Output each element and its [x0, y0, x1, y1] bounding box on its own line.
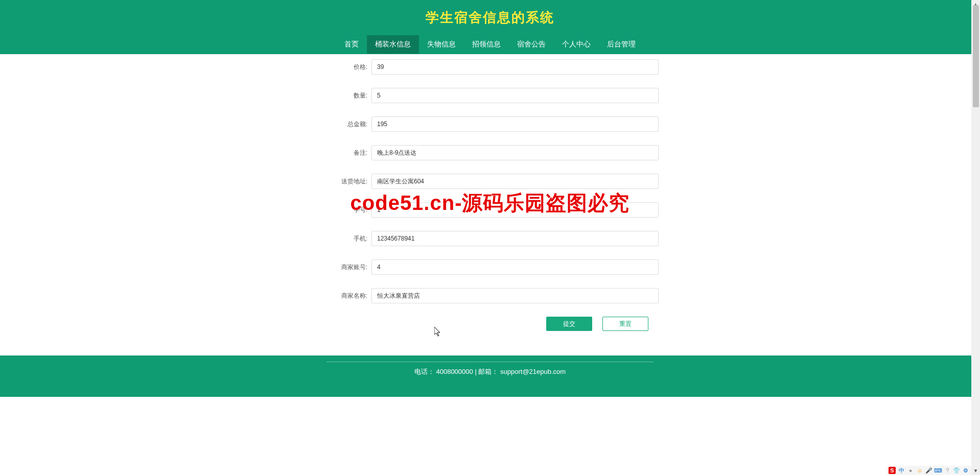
- footer-phone: 4008000000: [436, 368, 473, 375]
- nav-dorm-notice[interactable]: 宿舍公告: [509, 35, 554, 54]
- system-tray: S 中 ● ☺ 🎤 ⌨ ? 👕 ⚙: [886, 466, 971, 475]
- phone-label: 手机:: [332, 234, 367, 243]
- merchant-name-label: 商家名称:: [332, 292, 367, 300]
- merchant-account-input[interactable]: [371, 259, 659, 275]
- footer-email-label: 邮箱：: [478, 368, 498, 375]
- address-label: 送货地址:: [332, 177, 367, 186]
- form-row-merchant-account: 商家账号:: [332, 259, 659, 275]
- form-row-price: 价格:: [332, 59, 659, 75]
- nav-water-info[interactable]: 桶装水信息: [367, 35, 419, 54]
- app-header: 学生宿舍信息的系统: [0, 0, 980, 35]
- quantity-label: 数量:: [332, 91, 367, 100]
- reset-button[interactable]: 重置: [602, 317, 648, 331]
- footer-phone-label: 电话：: [414, 368, 434, 375]
- student-id-label: 学号:: [332, 206, 367, 215]
- price-input[interactable]: [371, 59, 659, 75]
- tray-dot-icon[interactable]: ●: [907, 467, 914, 474]
- total-input[interactable]: [371, 116, 659, 132]
- tray-help-icon[interactable]: ?: [944, 467, 951, 474]
- total-label: 总金额:: [332, 120, 367, 129]
- nav-admin[interactable]: 后台管理: [599, 35, 644, 54]
- form-row-merchant-name: 商家名称:: [332, 288, 659, 303]
- ime-mode-icon[interactable]: 中: [898, 467, 905, 474]
- tray-emoji-icon[interactable]: ☺: [916, 467, 923, 474]
- form-buttons: 提交 重置: [332, 317, 659, 331]
- nav-lost-info[interactable]: 失物信息: [419, 35, 464, 54]
- scrollbar-thumb[interactable]: [973, 5, 979, 107]
- order-form: 价格: 数量: 总金额: 备注: 送货地址: 学号: 手机: 商家账号:: [332, 54, 659, 345]
- form-row-phone: 手机:: [332, 231, 659, 246]
- form-row-quantity: 数量:: [332, 88, 659, 103]
- remark-label: 备注:: [332, 149, 367, 157]
- form-row-student-id: 学号:: [332, 202, 659, 218]
- quantity-input[interactable]: [371, 88, 659, 103]
- form-row-total: 总金额:: [332, 116, 659, 132]
- merchant-account-label: 商家账号:: [332, 263, 367, 272]
- scrollbar[interactable]: ▲ ▼: [971, 0, 980, 475]
- main-nav: 首页 桶装水信息 失物信息 招领信息 宿舍公告 个人中心 后台管理: [0, 35, 980, 54]
- tray-settings-icon[interactable]: ⚙: [962, 467, 969, 474]
- tray-mic-icon[interactable]: 🎤: [925, 467, 932, 474]
- app-title: 学生宿舍信息的系统: [0, 0, 980, 35]
- nav-home[interactable]: 首页: [336, 35, 367, 54]
- tray-skin-icon[interactable]: 👕: [953, 467, 960, 474]
- remark-input[interactable]: [371, 145, 659, 160]
- price-label: 价格:: [332, 63, 367, 72]
- footer-contact: 电话： 4008000000 | 邮箱： support@21epub.com: [0, 367, 980, 376]
- nav-personal[interactable]: 个人中心: [554, 35, 599, 54]
- content-area: 价格: 数量: 总金额: 备注: 送货地址: 学号: 手机: 商家账号:: [0, 54, 980, 345]
- form-row-address: 送货地址:: [332, 174, 659, 189]
- ime-icon[interactable]: S: [889, 467, 896, 474]
- scrollbar-down-icon[interactable]: ▼: [971, 466, 980, 475]
- footer-email: support@21epub.com: [500, 368, 566, 375]
- student-id-input[interactable]: [371, 202, 659, 218]
- tray-keyboard-icon[interactable]: ⌨: [935, 467, 942, 474]
- nav-found-info[interactable]: 招领信息: [464, 35, 509, 54]
- footer-divider: [326, 362, 654, 362]
- submit-button[interactable]: 提交: [546, 317, 592, 331]
- footer: 电话： 4008000000 | 邮箱： support@21epub.com: [0, 355, 980, 397]
- form-row-remark: 备注:: [332, 145, 659, 160]
- address-input[interactable]: [371, 174, 659, 189]
- phone-input[interactable]: [371, 231, 659, 246]
- merchant-name-input[interactable]: [371, 288, 659, 303]
